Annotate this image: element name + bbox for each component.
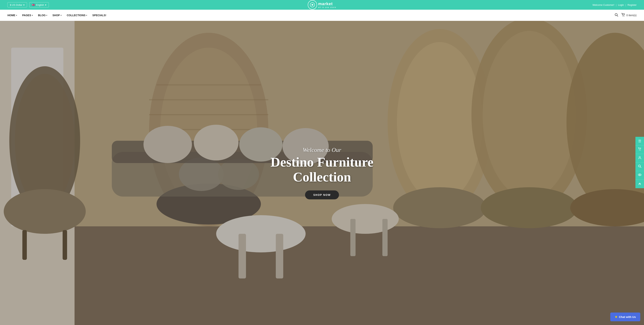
nav-bar: HOME ▾ PAGES ▾ BLOG ▾ SHOP ▾ COLLECTIONS: [0, 10, 644, 21]
shop-now-button[interactable]: SHOP NOW: [305, 190, 339, 199]
svg-point-53: [639, 174, 640, 175]
currency-label: $ US Dollar: [10, 3, 22, 6]
side-user-button[interactable]: [636, 154, 644, 162]
side-arrow-up-icon: [638, 182, 642, 186]
nav-blog-label: BLOG: [38, 14, 46, 17]
svg-point-50: [638, 165, 640, 167]
search-button[interactable]: [614, 13, 618, 18]
nav-home-label: HOME: [8, 14, 15, 17]
side-scroll-top-button[interactable]: [636, 180, 644, 188]
nav-pages-label: PAGES: [22, 14, 31, 17]
cart-button[interactable]: 0 item(s): [621, 13, 636, 18]
top-bar-left: $ US Dollar ▾ 🇬🇧 English ▾: [8, 2, 49, 7]
cart-icon: [621, 13, 625, 18]
nav-right: 0 item(s): [614, 13, 636, 18]
hero-text-area: Welcome to Our Destino Furniture Collect…: [0, 21, 644, 325]
nav-item-collections[interactable]: COLLECTIONS ▾: [67, 14, 87, 17]
collections-chevron: ▾: [86, 14, 87, 16]
svg-line-3: [617, 15, 618, 16]
svg-point-1: [312, 4, 313, 5]
hero-title: Destino Furniture Collection: [270, 155, 374, 184]
side-cart-icon: [638, 147, 642, 152]
svg-point-47: [639, 150, 640, 151]
svg-point-48: [640, 150, 641, 151]
currency-selector[interactable]: $ US Dollar ▾: [8, 2, 27, 7]
side-search-icon: [638, 164, 642, 169]
nav-item-home[interactable]: HOME ▾: [8, 14, 17, 17]
nav-shop-label: SHOP: [52, 14, 60, 17]
nav-item-blog[interactable]: BLOG ▾: [38, 14, 47, 17]
side-icons: ☰: [636, 137, 644, 188]
logo-name: market: [318, 1, 336, 6]
side-search-button[interactable]: [636, 162, 644, 171]
cart-count: 0 item(s): [626, 14, 636, 17]
chat-label: Chat with Us: [619, 315, 636, 319]
nav-collections-label: COLLECTIONS: [67, 14, 85, 17]
side-eye-icon: [638, 173, 642, 178]
nav-item-pages[interactable]: PAGES ▾: [22, 14, 33, 17]
blog-chevron: ▾: [46, 14, 47, 16]
hero-subtitle: Welcome to Our: [303, 146, 342, 153]
logo-icon: [308, 0, 317, 9]
chat-star-icon: ★: [615, 315, 617, 319]
flag-icon: 🇬🇧: [32, 3, 35, 6]
side-menu-icon: ☰: [638, 139, 641, 143]
logo[interactable]: market all in one store: [308, 0, 336, 9]
nav-specials-label: SPECIALS!: [92, 14, 106, 17]
pages-chevron: ▾: [32, 14, 33, 16]
svg-line-51: [640, 167, 641, 168]
svg-point-49: [639, 156, 640, 158]
side-cart-button[interactable]: [636, 145, 644, 154]
nav-item-shop[interactable]: SHOP ▾: [52, 14, 62, 17]
side-menu-button[interactable]: ☰: [636, 137, 644, 145]
svg-point-5: [624, 16, 624, 16]
shop-chevron: ▾: [60, 14, 62, 16]
side-user-icon: [638, 156, 642, 160]
nav-links: HOME ▾ PAGES ▾ BLOG ▾ SHOP ▾ COLLECTIONS: [8, 14, 106, 17]
home-chevron: ▾: [16, 14, 17, 16]
language-selector[interactable]: 🇬🇧 English ▾: [29, 2, 49, 7]
language-arrow: ▾: [45, 3, 46, 6]
language-label: English: [36, 3, 44, 6]
top-bar-right: Welcome Customer! | Login | Register: [592, 3, 636, 6]
logo-tagline: all in one store: [318, 6, 336, 8]
nav-item-specials[interactable]: SPECIALS!: [92, 14, 106, 17]
currency-arrow: ▾: [23, 3, 24, 6]
top-bar: $ US Dollar ▾ 🇬🇧 English ▾ market all in…: [0, 0, 644, 10]
svg-point-4: [622, 16, 623, 16]
chat-widget[interactable]: ★ Chat with Us: [610, 313, 640, 321]
register-link[interactable]: Register: [628, 3, 636, 6]
welcome-text: Welcome Customer!: [592, 3, 614, 6]
login-link[interactable]: Login: [618, 3, 624, 6]
hero-section: Welcome to Our Destino Furniture Collect…: [0, 21, 644, 325]
side-eye-button[interactable]: [636, 171, 644, 180]
